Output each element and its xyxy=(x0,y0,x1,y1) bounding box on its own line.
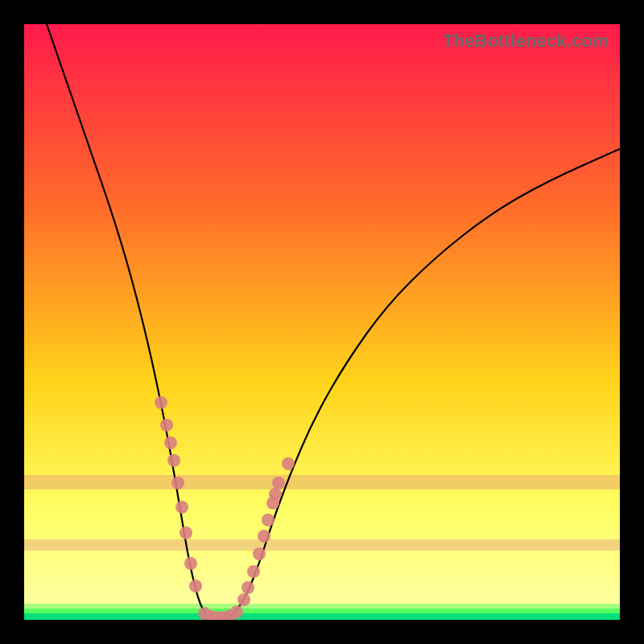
marker-right xyxy=(282,457,295,470)
band-salmon-upper xyxy=(24,475,620,489)
marker-left xyxy=(164,436,177,449)
marker-left xyxy=(184,557,197,570)
marker-bottom xyxy=(230,605,243,618)
marker-right xyxy=(253,547,266,560)
marker-left xyxy=(171,477,184,489)
marker-right xyxy=(247,565,260,578)
band-salmon-lower xyxy=(24,539,620,551)
band-green-b xyxy=(24,609,620,613)
band-green-c xyxy=(24,613,620,620)
marker-left xyxy=(167,454,180,467)
marker-left xyxy=(189,580,202,592)
gradient-background xyxy=(24,24,620,620)
marker-right xyxy=(272,477,285,489)
watermark-label: TheBottleneck.com xyxy=(443,31,609,52)
marker-right xyxy=(262,514,275,526)
marker-left xyxy=(175,501,188,514)
marker-right xyxy=(269,488,282,501)
marker-right xyxy=(242,581,254,594)
marker-left xyxy=(155,396,167,409)
marker-left xyxy=(180,526,192,539)
chart-frame: TheBottleneck.com xyxy=(24,24,620,620)
bottleneck-curve-chart xyxy=(24,24,620,620)
marker-left xyxy=(160,419,173,431)
band-green-a xyxy=(24,604,620,609)
marker-right xyxy=(258,530,270,543)
marker-right xyxy=(237,593,250,606)
